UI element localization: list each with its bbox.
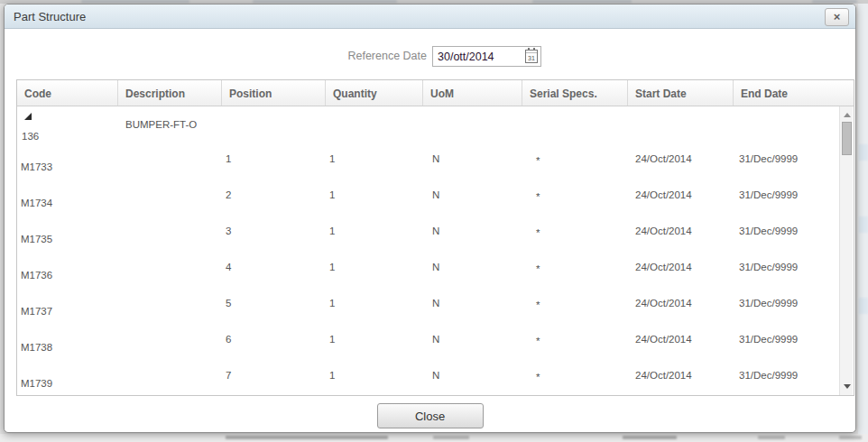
dialog-titlebar: Part Structure × (5, 5, 855, 29)
table-row[interactable]: M1737 5 1 N * 24/Oct/2014 31/Dec/9999 (17, 287, 854, 323)
parent-description: BUMPER-FT-O (125, 119, 197, 130)
table-row[interactable]: M1735 3 1 N * 24/Oct/2014 31/Dec/9999 (17, 215, 854, 251)
cell-start-date: 24/Oct/2014 (628, 251, 734, 287)
close-icon[interactable]: × (825, 8, 849, 26)
cell-start-date: 24/Oct/2014 (628, 323, 734, 359)
reference-date-input[interactable]: 30/ott/2014 31 (432, 46, 541, 67)
tree-expanded-icon[interactable] (24, 113, 32, 120)
cell-start-date: 24/Oct/2014 (628, 179, 734, 215)
cell-description (118, 143, 222, 179)
part-structure-grid: Code Description Position Quantity UoM S… (16, 79, 854, 396)
cell-quantity: 1 (326, 359, 423, 395)
grid-body: BUMPER-FT-O 136 M1733 1 1 N * 24/Oct/201… (17, 106, 854, 395)
cell-uom: N (423, 215, 522, 251)
cell-position: 7 (222, 359, 326, 395)
backdrop-fragment (623, 436, 677, 439)
cell-uom: N (423, 251, 522, 287)
backdrop-fragment (859, 144, 868, 161)
cell-position: 3 (222, 215, 326, 251)
reference-date-label: Reference Date (275, 50, 427, 62)
cell-serial-specs: * (522, 215, 628, 251)
table-row[interactable]: M1733 1 1 N * 24/Oct/2014 31/Dec/9999 (17, 143, 854, 179)
cell-quantity: 1 (326, 251, 423, 287)
scrollbar-thumb[interactable] (842, 122, 852, 155)
cell-quantity: 1 (326, 179, 423, 215)
cell-start-date: 24/Oct/2014 (628, 215, 734, 251)
vertical-scrollbar[interactable] (839, 106, 853, 395)
column-header-position[interactable]: Position (222, 80, 326, 106)
cell-quantity: 1 (326, 215, 423, 251)
cell-start-date: 24/Oct/2014 (628, 359, 734, 395)
backdrop-fragment (81, 0, 189, 3)
cell-end-date: 31/Dec/9999 (734, 323, 854, 359)
backdrop-fragment (532, 0, 632, 3)
cell-serial-specs: * (522, 179, 628, 215)
reference-date-value[interactable]: 30/ott/2014 (433, 51, 525, 63)
column-header-serial-specs[interactable]: Serial Specs. (522, 80, 628, 106)
cell-serial-specs: * (522, 251, 628, 287)
cell-uom: N (423, 359, 522, 395)
cell-position: 6 (222, 323, 326, 359)
parent-code: 136 (22, 131, 39, 142)
cell-end-date: 31/Dec/9999 (734, 287, 854, 323)
cell-description (118, 359, 222, 395)
column-header-uom[interactable]: UoM (423, 80, 522, 106)
scroll-down-icon[interactable] (840, 380, 854, 393)
cell-serial-specs: * (522, 287, 628, 323)
grid-header-row: Code Description Position Quantity UoM S… (17, 80, 854, 106)
column-header-quantity[interactable]: Quantity (326, 80, 423, 106)
table-row[interactable]: M1736 4 1 N * 24/Oct/2014 31/Dec/9999 (17, 251, 854, 287)
cell-uom: N (423, 143, 522, 179)
table-row[interactable]: M1734 2 1 N * 24/Oct/2014 31/Dec/9999 (17, 179, 854, 215)
backdrop-fragment (859, 216, 868, 233)
cell-uom: N (423, 323, 522, 359)
backdrop-fragment (859, 298, 868, 314)
cell-serial-specs: * (522, 323, 628, 359)
cell-end-date: 31/Dec/9999 (734, 179, 854, 215)
cell-code: M1736 (17, 251, 118, 287)
cell-position: 5 (222, 287, 326, 323)
backdrop-fragment (253, 0, 397, 3)
cell-uom: N (423, 287, 522, 323)
cell-description (118, 287, 222, 323)
cell-description (118, 251, 222, 287)
column-header-end-date[interactable]: End Date (734, 80, 854, 106)
cell-end-date: 31/Dec/9999 (734, 251, 854, 287)
backdrop-fragment (812, 0, 857, 3)
cell-code: M1738 (17, 323, 118, 359)
table-row[interactable]: M1739 7 1 N * 24/Oct/2014 31/Dec/9999 (17, 359, 854, 395)
cell-code: M1739 (17, 359, 118, 395)
part-structure-dialog: Part Structure × Reference Date 30/ott/2… (4, 4, 856, 433)
dialog-title: Part Structure (14, 5, 86, 29)
cell-start-date: 24/Oct/2014 (628, 143, 734, 179)
cell-quantity: 1 (326, 143, 423, 179)
cell-serial-specs: * (522, 143, 628, 179)
cell-position: 2 (222, 179, 326, 215)
column-header-description[interactable]: Description (118, 80, 222, 106)
table-row-parent[interactable]: BUMPER-FT-O 136 (17, 106, 854, 143)
backdrop-fragment (839, 436, 862, 439)
backdrop-fragment (226, 436, 388, 439)
close-button[interactable]: Close (377, 403, 484, 428)
cell-start-date: 24/Oct/2014 (628, 287, 734, 323)
table-row[interactable]: M1738 6 1 N * 24/Oct/2014 31/Dec/9999 (17, 323, 854, 359)
cell-description (118, 179, 222, 215)
cell-end-date: 31/Dec/9999 (734, 143, 854, 179)
cell-end-date: 31/Dec/9999 (734, 359, 854, 395)
cell-uom: N (423, 179, 522, 215)
cell-description (118, 215, 222, 251)
column-header-start-date[interactable]: Start Date (628, 80, 734, 106)
scroll-up-icon[interactable] (840, 108, 854, 122)
calendar-icon[interactable]: 31 (525, 50, 538, 63)
cell-code: M1733 (17, 143, 118, 179)
cell-code: M1735 (17, 215, 118, 251)
cell-end-date: 31/Dec/9999 (734, 215, 854, 251)
cell-quantity: 1 (326, 287, 423, 323)
cell-serial-specs: * (522, 359, 628, 395)
cell-description (118, 323, 222, 359)
cell-code: M1734 (17, 179, 118, 215)
cell-position: 4 (222, 251, 326, 287)
cell-code: M1737 (17, 287, 118, 323)
column-header-code[interactable]: Code (17, 80, 118, 106)
backdrop-fragment (433, 436, 469, 439)
